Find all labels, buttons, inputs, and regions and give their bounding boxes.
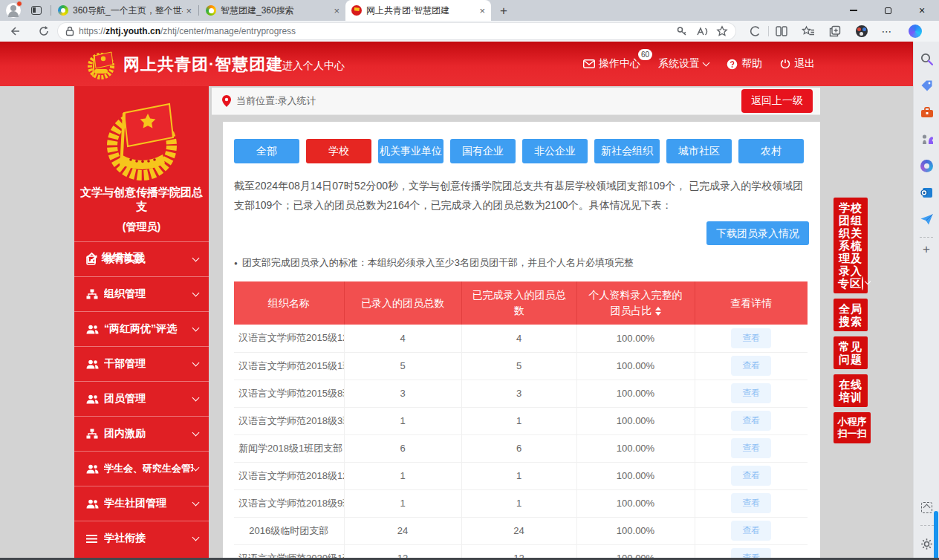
download-entry-status-button[interactable]: 下载团员录入情况 xyxy=(706,221,809,245)
sidebar-item-incentives[interactable]: 团内激励 xyxy=(74,416,209,451)
tab-close-icon[interactable]: × xyxy=(186,6,192,16)
logout-link[interactable]: 退出 xyxy=(780,57,815,71)
more-icon: ⋯ xyxy=(882,25,893,37)
extensions-button[interactable] xyxy=(851,22,873,40)
filter-tab-all[interactable]: 全部 xyxy=(234,139,299,163)
sort-icon[interactable] xyxy=(655,307,661,316)
breadcrumb-label: 当前位置:录入统计 xyxy=(236,94,316,108)
sidebar-item-education-practice[interactable]: 教育实践 xyxy=(74,241,209,276)
users-icon xyxy=(86,464,99,474)
sidebar-drop-button[interactable] xyxy=(914,206,939,232)
browser-tab-360search[interactable]: 智慧团建_360搜索 × xyxy=(200,0,345,21)
tab-close-icon[interactable]: × xyxy=(334,6,339,16)
browser-essentials-button[interactable] xyxy=(744,22,767,40)
toolbox-icon xyxy=(920,107,934,118)
sidebar-scrollbar-thumb[interactable] xyxy=(934,511,938,560)
chevron-down-icon xyxy=(192,429,200,436)
view-button[interactable]: 查看 xyxy=(731,328,771,348)
back-to-parent-button[interactable]: 返回上一级 xyxy=(741,89,813,113)
browser-profile-avatar[interactable] xyxy=(6,3,21,18)
favorites-button[interactable] xyxy=(797,22,819,40)
league-emblem-large xyxy=(99,97,185,184)
action-center-badge: 60 xyxy=(638,49,652,60)
favorite-star-icon[interactable] xyxy=(716,25,728,37)
sidebar-item-lianghong-liangyou[interactable]: “两红两优”评选 xyxy=(74,311,209,346)
collections-button[interactable] xyxy=(824,22,846,40)
floating-banners: 学校团组织关系梳理及录入专区 全局搜索 常见问题 在线培训 小程序扫一扫 xyxy=(834,198,872,449)
sidebar-item-student-clubs[interactable]: 学生社团管理 xyxy=(74,486,209,521)
sidebar-tools-button[interactable] xyxy=(914,99,939,126)
sitemap-icon xyxy=(86,289,99,299)
sidebar-shopping-button[interactable] xyxy=(914,72,939,99)
sidebar-item-student-union[interactable]: 学生会、研究生会管理 xyxy=(74,451,209,486)
filter-tab-new-social-org[interactable]: 新社会组织 xyxy=(594,139,660,163)
password-key-icon[interactable] xyxy=(676,25,688,37)
settings-more-button[interactable]: ⋯ xyxy=(876,22,898,40)
sidebar-games-button[interactable] xyxy=(914,126,939,152)
table-row: 2016级临时团支部2424100.00%查看 xyxy=(234,517,808,544)
new-tab-button[interactable]: + xyxy=(500,4,507,17)
filter-tab-private-enterprise[interactable]: 非公企业 xyxy=(522,139,588,163)
close-button[interactable]: × xyxy=(905,0,939,21)
browser-tab-zhtj-active[interactable]: 网上共青团·智慧团建 × xyxy=(345,0,491,21)
sidebar-item-org-management[interactable]: 组织管理 xyxy=(74,276,209,311)
col-org-name: 组织名称 xyxy=(234,281,344,325)
read-aloud-icon[interactable] xyxy=(695,26,709,37)
circle-down-arrow-icon xyxy=(862,276,863,290)
sidebar-add-button[interactable]: + xyxy=(914,242,939,257)
sidebar-item-cadre-management[interactable]: 干部管理 xyxy=(74,346,209,381)
360search-favicon xyxy=(206,5,216,16)
view-button[interactable]: 查看 xyxy=(731,521,771,541)
col-view-detail: 查看详情 xyxy=(695,281,808,325)
action-center-link[interactable]: 操作中心 60 xyxy=(583,57,640,71)
filter-tab-school[interactable]: 学校 xyxy=(306,139,371,163)
table-row: 汉语言文学师范2018级9班...11100.00%查看 xyxy=(234,489,808,517)
view-button[interactable]: 查看 xyxy=(731,411,771,431)
filter-tab-urban-community[interactable]: 城市社区 xyxy=(666,139,732,163)
col-complete-pct-sortable[interactable]: 个人资料录入完整的团员占比 xyxy=(576,281,695,325)
system-settings-link[interactable]: 系统设置 xyxy=(658,57,709,71)
workspaces-icon[interactable] xyxy=(31,6,42,15)
filter-tab-state-enterprise[interactable]: 国有企业 xyxy=(450,139,516,163)
filter-tab-gov-institution[interactable]: 机关事业单位 xyxy=(378,139,443,163)
view-button[interactable]: 查看 xyxy=(731,356,771,376)
view-button[interactable]: 查看 xyxy=(731,383,771,403)
help-icon xyxy=(727,59,738,70)
address-bar[interactable]: https://zhtj.youth.cn/zhtj/center/manage… xyxy=(58,23,735,39)
list-icon xyxy=(86,535,99,543)
banner-global-search[interactable]: 全局搜索 xyxy=(834,299,868,331)
refresh-button[interactable] xyxy=(33,22,55,40)
sidebar-search-button[interactable] xyxy=(914,45,939,72)
screen: 360导航_一个主页，整个世界 × 智慧团建_360搜索 × 网上共青团·智慧团… xyxy=(0,0,939,560)
banner-miniprogram-scan[interactable]: 小程序扫一扫 xyxy=(834,412,871,443)
entry-summary-text: 截至2024年08月14日07时52分00秒，文学与创意传播学院团总支共有基层学… xyxy=(234,176,809,215)
banner-online-training[interactable]: 在线培训 xyxy=(834,374,868,407)
chevron-down-icon xyxy=(192,533,200,541)
view-button[interactable]: 查看 xyxy=(731,493,771,513)
view-button[interactable]: 查看 xyxy=(731,466,771,486)
back-button[interactable] xyxy=(4,22,27,40)
sidebar-outlook-button[interactable] xyxy=(914,179,939,206)
table-row: 汉语言文学师范2015级12...44100.00%查看 xyxy=(234,325,808,352)
table-row: 汉语言文学师范2018级12...11100.00%查看 xyxy=(234,462,808,489)
chevron-down-icon xyxy=(192,254,200,261)
chevron-down-icon xyxy=(703,59,710,66)
sidebar-item-member-management[interactable]: 团员管理 xyxy=(74,381,209,416)
tab-close-icon[interactable]: × xyxy=(479,6,485,16)
view-button[interactable]: 查看 xyxy=(731,438,771,458)
category-filter-tabs: 全部 学校 机关事业单位 国有企业 非公企业 新社会组织 城市社区 农村 xyxy=(234,139,809,163)
maximize-button[interactable] xyxy=(871,0,905,21)
filter-tab-rural[interactable]: 农村 xyxy=(738,139,804,163)
tab-title: 网上共青团·智慧团建 xyxy=(366,4,476,17)
help-link[interactable]: 帮助 xyxy=(727,57,762,71)
banner-faq[interactable]: 常见问题 xyxy=(834,336,868,369)
chevron-down-icon xyxy=(192,289,200,296)
browser-tab-360nav[interactable]: 360导航_一个主页，整个世界 × xyxy=(52,0,198,21)
sidebar-m365-button[interactable] xyxy=(914,152,939,179)
personal-center-link[interactable]: 进入个人中心 xyxy=(282,59,345,73)
minimize-button[interactable] xyxy=(836,0,871,21)
banner-school-org-entry-zone[interactable]: 学校团组织关系梳理及录入专区 xyxy=(834,198,868,293)
split-screen-button[interactable] xyxy=(770,22,793,40)
copilot-button[interactable] xyxy=(904,22,926,40)
sidebar-item-league-society-link[interactable]: 学社衔接 xyxy=(74,521,209,556)
